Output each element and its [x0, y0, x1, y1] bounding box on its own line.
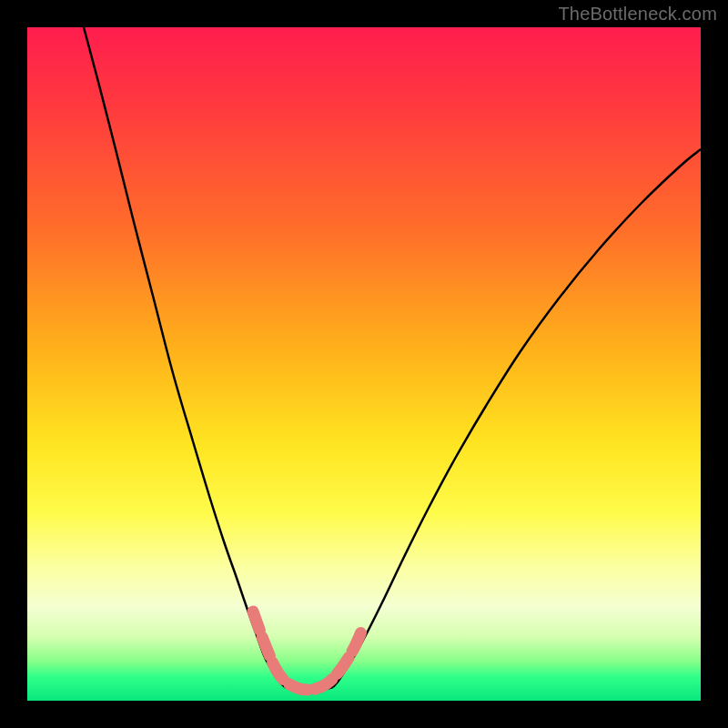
series-marker-strip: [253, 612, 362, 690]
chart-stage: TheBottleneck.com: [0, 0, 728, 728]
plot-area: [27, 27, 701, 701]
watermark-text: TheBottleneck.com: [558, 4, 717, 25]
chart-overlay: [27, 27, 701, 701]
series-curve-right: [333, 149, 701, 687]
series-curve-left: [84, 27, 285, 687]
